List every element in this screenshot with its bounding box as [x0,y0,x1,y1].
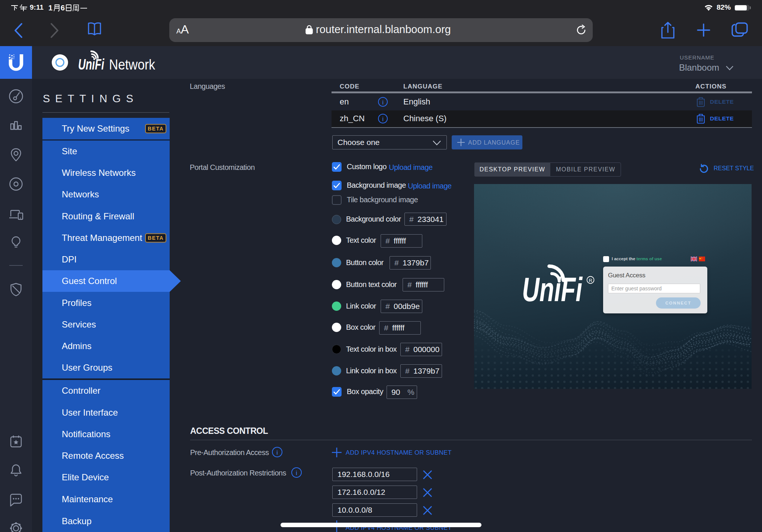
svg-text:R: R [589,278,592,283]
svg-text:UniFi: UniFi [78,56,105,72]
svg-text:UniFi: UniFi [522,271,583,304]
svg-text:Network: Network [109,57,155,72]
svg-text:1: 1 [48,4,52,12]
svg-text:6: 6 [61,4,65,12]
